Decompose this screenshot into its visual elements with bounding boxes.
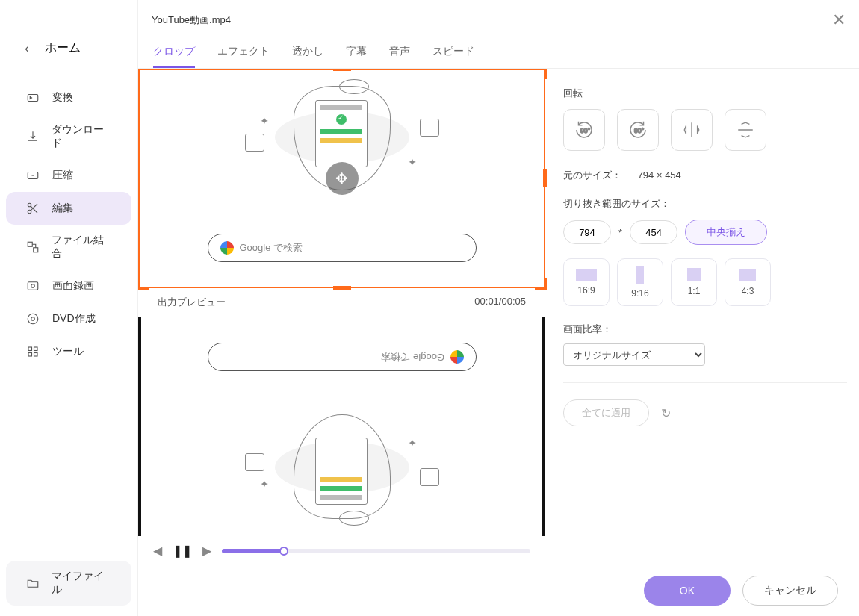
label: マイファイル [52, 570, 112, 597]
rotate-ccw-button[interactable]: 90° [617, 109, 659, 151]
label: ツール [52, 345, 84, 358]
preview-time: 00:01/00:05 [474, 296, 526, 309]
rotation-label: 回転 [563, 87, 847, 100]
tabs: クロップ エフェクト 透かし 字幕 音声 スピード [138, 30, 859, 69]
label: 編集 [52, 202, 73, 215]
svg-point-9 [31, 317, 35, 321]
playback-controls: ◀ ❚❚ ▶ [138, 536, 545, 565]
svg-rect-12 [28, 353, 32, 357]
merge-icon [25, 240, 40, 255]
tab-watermark[interactable]: 透かし [292, 45, 323, 68]
next-frame-button[interactable]: ▶ [202, 544, 211, 558]
sidebar-item-convert[interactable]: 変換 [6, 81, 131, 114]
ratio-16-9[interactable]: 16:9 [563, 258, 610, 306]
progress-bar[interactable] [222, 549, 530, 553]
rotate-cw-button[interactable]: 90° [563, 109, 605, 151]
svg-point-3 [28, 210, 31, 214]
sidebar-home[interactable]: ‹ ホーム [0, 30, 137, 66]
cancel-button[interactable]: キャンセル [742, 576, 838, 606]
svg-rect-11 [34, 347, 38, 351]
close-button[interactable]: ✕ [832, 10, 846, 30]
flip-vertical-button[interactable] [725, 109, 766, 151]
tab-speed[interactable]: スピード [432, 45, 474, 68]
scissors-icon [25, 201, 40, 216]
sidebar: ‹ ホーム 変換 ダウンロード 圧縮 編集 ファイル結合 画面録画 DVD作成 … [0, 0, 138, 616]
page-title: YouTube動画.mp4 [152, 13, 231, 27]
orig-value: 794 × 454 [638, 169, 681, 181]
preview-column: ✦ ✦ Google で検索 ✥ 出力プレビュー 00:01/00:05 [138, 69, 545, 565]
aspect-select[interactable]: オリジナルサイズ [563, 343, 705, 366]
orig-label: 元のサイズ： [563, 169, 621, 181]
pause-button[interactable]: ❚❚ [173, 544, 192, 558]
tab-subtitle[interactable]: 字幕 [346, 45, 367, 68]
label: DVD作成 [52, 312, 96, 326]
label: ダウンロード [52, 123, 112, 150]
svg-rect-10 [28, 347, 32, 351]
label: 圧縮 [52, 169, 73, 182]
footer: OK キャンセル [138, 565, 859, 616]
preview-info: 出力プレビュー 00:01/00:05 [138, 288, 545, 317]
svg-point-7 [31, 284, 35, 288]
crop-height-input[interactable] [630, 220, 677, 244]
main: YouTube動画.mp4 ✕ クロップ エフェクト 透かし 字幕 音声 スピー… [138, 0, 859, 616]
settings-column: 回転 90° 90° 元のサイズ： 794 × 454 切り抜き範囲のサイズ： … [545, 69, 859, 565]
sidebar-item-dvd[interactable]: DVD作成 [6, 302, 131, 335]
output-preview: ✦ ✦ Google で検索 [138, 317, 545, 536]
ratio-4-3[interactable]: 4:3 [725, 258, 771, 306]
sidebar-item-compress[interactable]: 圧縮 [6, 159, 131, 192]
svg-text:90°: 90° [580, 127, 590, 134]
home-label: ホーム [45, 40, 81, 56]
prev-frame-button[interactable]: ◀ [153, 544, 162, 558]
tab-audio[interactable]: 音声 [389, 45, 410, 68]
ratio-9-16[interactable]: 9:16 [617, 258, 663, 306]
crop-size-label: 切り抜き範囲のサイズ： [563, 197, 847, 211]
sidebar-item-edit[interactable]: 編集 [6, 192, 131, 225]
svg-point-8 [28, 314, 38, 324]
tab-effect[interactable]: エフェクト [217, 45, 270, 68]
center-align-button[interactable]: 中央揃え [685, 220, 767, 245]
label: 画面録画 [52, 279, 94, 293]
google-logo-icon [220, 241, 234, 255]
svg-rect-4 [28, 242, 32, 246]
crop-preview[interactable]: ✦ ✦ Google で検索 ✥ [138, 69, 545, 288]
flip-horizontal-button[interactable] [671, 109, 713, 151]
sidebar-item-tools[interactable]: ツール [6, 335, 131, 368]
illus-searchbar: Google で検索 [208, 234, 477, 262]
ratio-1-1[interactable]: 1:1 [671, 258, 717, 306]
apply-all-button[interactable]: 全てに適用 [563, 399, 649, 426]
divider [563, 382, 847, 383]
svg-point-2 [28, 203, 31, 207]
sidebar-item-record[interactable]: 画面録画 [6, 270, 131, 302]
label: ファイル結合 [52, 234, 112, 261]
original-size-row: 元のサイズ： 794 × 454 [563, 169, 847, 182]
multiply-sign: * [618, 227, 622, 238]
folder-icon [25, 576, 40, 591]
grid-icon [25, 344, 40, 359]
ok-button[interactable]: OK [644, 576, 731, 606]
sidebar-item-myfile[interactable]: マイファイル [6, 561, 131, 606]
refresh-icon[interactable]: ↻ [661, 406, 671, 420]
header: YouTube動画.mp4 ✕ [138, 0, 859, 30]
search-text: Google で検索 [240, 241, 303, 255]
label: 変換 [52, 91, 73, 105]
video-frame-illustration-flipped: ✦ ✦ Google で検索 [185, 329, 499, 523]
download-icon [25, 129, 40, 144]
convert-icon [25, 90, 40, 105]
svg-text:90°: 90° [634, 127, 644, 134]
tab-crop[interactable]: クロップ [153, 45, 195, 68]
move-handle-icon[interactable]: ✥ [326, 162, 359, 195]
compress-icon [25, 168, 40, 183]
crop-width-input[interactable] [563, 220, 611, 244]
progress-thumb[interactable] [279, 547, 288, 556]
sidebar-item-download[interactable]: ダウンロード [6, 114, 131, 159]
svg-rect-0 [28, 95, 38, 102]
preview-label: 出力プレビュー [158, 296, 226, 309]
aspect-label: 画面比率： [563, 323, 847, 336]
disc-icon [25, 311, 40, 326]
sidebar-item-merge[interactable]: ファイル結合 [6, 225, 131, 270]
svg-rect-5 [33, 248, 37, 252]
svg-rect-6 [28, 282, 38, 290]
svg-rect-13 [34, 353, 38, 357]
record-icon [25, 279, 40, 293]
chevron-left-icon: ‹ [19, 41, 34, 56]
